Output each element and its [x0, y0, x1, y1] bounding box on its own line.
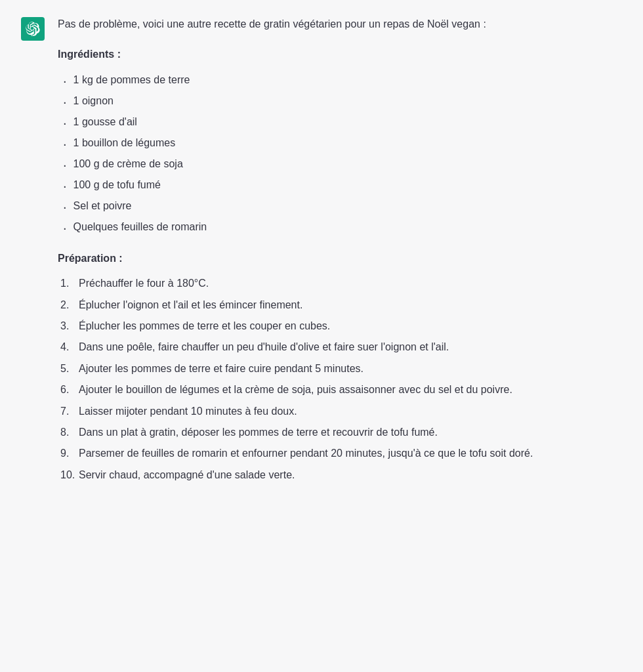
- list-item: Quelques feuilles de romarin: [58, 219, 609, 237]
- step-text: Ajouter les pommes de terre et faire cui…: [79, 360, 609, 377]
- ingredient-text: Sel et poivre: [73, 198, 132, 215]
- intro-text: Pas de problème, voici une autre recette…: [58, 16, 609, 33]
- step-number: 2.: [60, 297, 79, 314]
- step-number: 7.: [60, 403, 79, 420]
- list-item: 10.Servir chaud, accompagné d'une salade…: [58, 467, 609, 484]
- step-text: Ajouter le bouillon de légumes et la crè…: [79, 381, 609, 398]
- step-number: 5.: [60, 360, 79, 377]
- step-number: 8.: [60, 424, 79, 441]
- list-item: 100 g de tofu fumé: [58, 177, 609, 195]
- list-item: 1 oignon: [58, 93, 609, 111]
- chat-container: Pas de problème, voici une autre recette…: [0, 0, 643, 510]
- assistant-avatar: [21, 17, 45, 41]
- ingredient-text: 100 g de tofu fumé: [73, 177, 161, 194]
- list-item: 7.Laisser mijoter pendant 10 minutes à f…: [58, 403, 609, 420]
- step-number: 6.: [60, 381, 79, 398]
- ingredient-text: 100 g de crème de soja: [73, 156, 183, 173]
- ingredient-text: 1 gousse d'ail: [73, 114, 137, 131]
- list-item: 5.Ajouter les pommes de terre et faire c…: [58, 360, 609, 377]
- steps-list: 1.Préchauffer le four à 180°C.2.Éplucher…: [58, 275, 609, 484]
- message-content: Pas de problème, voici une autre recette…: [58, 16, 609, 494]
- list-item: 3.Éplucher les pommes de terre et les co…: [58, 318, 609, 335]
- ingredient-text: 1 bouillon de légumes: [73, 135, 176, 152]
- list-item: 1.Préchauffer le four à 180°C.: [58, 275, 609, 292]
- step-text: Dans une poêle, faire chauffer un peu d'…: [79, 339, 609, 356]
- list-item: 4.Dans une poêle, faire chauffer un peu …: [58, 339, 609, 356]
- step-text: Éplucher les pommes de terre et les coup…: [79, 318, 609, 335]
- step-number: 10.: [60, 467, 79, 484]
- list-item: Sel et poivre: [58, 198, 609, 216]
- list-item: 1 kg de pommes de terre: [58, 72, 609, 90]
- ingredients-list: 1 kg de pommes de terre1 oignon1 gousse …: [58, 72, 609, 237]
- preparation-title: Préparation :: [58, 250, 609, 267]
- step-number: 1.: [60, 275, 79, 292]
- step-number: 4.: [60, 339, 79, 356]
- step-text: Laisser mijoter pendant 10 minutes à feu…: [79, 403, 609, 420]
- ingredient-text: 1 kg de pommes de terre: [73, 72, 190, 89]
- step-text: Servir chaud, accompagné d'une salade ve…: [79, 467, 609, 484]
- list-item: 2.Éplucher l'oignon et l'ail et les émin…: [58, 297, 609, 314]
- ingredient-text: 1 oignon: [73, 93, 114, 110]
- step-text: Préchauffer le four à 180°C.: [79, 275, 609, 292]
- step-text: Dans un plat à gratin, déposer les pomme…: [79, 424, 609, 441]
- ingredient-text: Quelques feuilles de romarin: [73, 219, 207, 236]
- list-item: 100 g de crème de soja: [58, 156, 609, 174]
- list-item: 8.Dans un plat à gratin, déposer les pom…: [58, 424, 609, 441]
- ingredients-title: Ingrédients :: [58, 46, 609, 63]
- step-number: 9.: [60, 445, 79, 462]
- assistant-message-row: Pas de problème, voici une autre recette…: [0, 0, 643, 510]
- list-item: 6.Ajouter le bouillon de légumes et la c…: [58, 381, 609, 398]
- step-text: Éplucher l'oignon et l'ail et les émince…: [79, 297, 609, 314]
- step-text: Parsemer de feuilles de romarin et enfou…: [79, 445, 609, 462]
- list-item: 9.Parsemer de feuilles de romarin et enf…: [58, 445, 609, 462]
- step-number: 3.: [60, 318, 79, 335]
- list-item: 1 gousse d'ail: [58, 114, 609, 132]
- list-item: 1 bouillon de légumes: [58, 135, 609, 153]
